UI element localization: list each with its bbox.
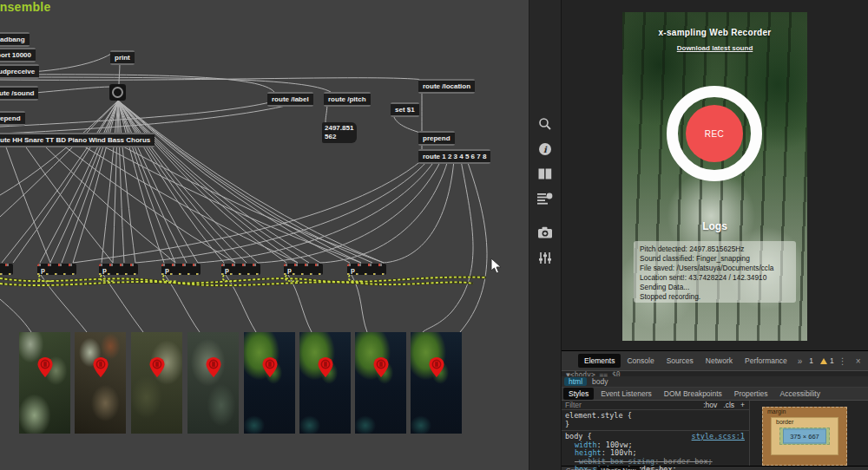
element-style-rule[interactable]: element.style { } (561, 410, 749, 431)
stylesheet-source-link[interactable]: style.scss:1 (692, 433, 745, 441)
location-pin-icon (149, 357, 165, 378)
signal-cord-group (0, 275, 486, 285)
log-line: Location sent!: 43.7428224 / 142.34910 (640, 273, 790, 283)
log-line: Recording... (640, 302, 790, 303)
location-pin-icon (318, 357, 333, 378)
map-thumbnail-2[interactable] (75, 332, 126, 434)
object-port-10000[interactable]: port 10000 (0, 48, 36, 62)
devtools-tab-console[interactable]: Console (621, 354, 660, 368)
sidebar-tab-styles[interactable]: Styles (563, 388, 594, 400)
box-model-pane: margin border padding - - - 375 × 667 (750, 401, 868, 466)
location-pin-icon (93, 357, 108, 378)
subpatcher-1[interactable]: p (0, 264, 13, 275)
box-model-border[interactable]: border padding - - - 375 × 667 (771, 417, 838, 455)
number-box-line1: 2497.851 (325, 124, 354, 133)
max-patcher-canvas[interactable]: Ensemble loadbang port 10000 udpreceive … (0, 0, 529, 470)
devtools-tab-bar: ElementsConsoleSourcesNetworkPerformance… (561, 351, 868, 371)
location-pin-icon (206, 357, 221, 378)
error-count: 1 (809, 356, 813, 365)
search-icon[interactable] (538, 117, 552, 131)
mixer-icon[interactable] (539, 251, 552, 264)
subpatcher-7[interactable]: p (347, 264, 386, 275)
object-route-label[interactable]: route /label (267, 92, 313, 107)
number-box[interactable]: 2497.851 562 (322, 122, 357, 143)
map-thumbnail-6[interactable] (299, 332, 351, 434)
css-properties: width: 100vw;height: 100vh;-webkit-box-s… (565, 441, 745, 470)
devtools-tab-performance[interactable]: Performance (739, 354, 793, 368)
map-thumbnail-7[interactable] (355, 332, 406, 434)
devtools-close-icon[interactable]: × (852, 356, 865, 366)
new-style-rule-button[interactable]: + (740, 401, 745, 409)
class-toggle[interactable]: .cls (723, 401, 734, 409)
devtools-menu-icon[interactable]: ⋮ (834, 356, 852, 366)
location-pin-icon (37, 357, 53, 378)
sidebar-tab-properties[interactable]: Properties (729, 388, 773, 400)
screenshot-root: Ensemble loadbang port 10000 udpreceive … (0, 0, 868, 470)
map-thumbnail-4[interactable] (187, 332, 239, 434)
sidebar-tab-accessibility[interactable]: Accessibility (775, 388, 825, 400)
warning-badge-icon[interactable] (820, 358, 827, 364)
columns-icon[interactable] (538, 168, 552, 180)
map-thumbnail-8[interactable] (411, 332, 462, 434)
object-route-location[interactable]: route /location (418, 79, 475, 94)
info-icon[interactable]: i (538, 142, 552, 156)
max-side-toolbar: i (529, 0, 562, 470)
devtools-tab-bar-tabs: ElementsConsoleSourcesNetworkPerformance (578, 354, 793, 368)
camera-icon[interactable] (538, 226, 553, 238)
console-list-icon[interactable] (537, 193, 553, 206)
subpatcher-3[interactable]: p (99, 264, 138, 275)
log-line: Sound classified: Finger_snapping (640, 254, 790, 264)
drawer-tab-search[interactable]: Search (647, 467, 667, 470)
object-prepend-2[interactable]: prepend (418, 131, 455, 146)
log-lines: Pitch detected: 2497.8515625HzSound clas… (640, 245, 790, 303)
box-model-content[interactable]: 375 × 667 (783, 429, 826, 444)
styles-filter-input[interactable] (565, 401, 697, 409)
styles-sidebar-tabs: StylesEvent ListenersDOM BreakpointsProp… (561, 388, 868, 401)
download-link[interactable]: Download latest sound (622, 44, 807, 52)
devtools-tab-elements[interactable]: Elements (578, 354, 621, 368)
object-loadbang[interactable]: loadbang (0, 32, 30, 47)
subpatcher-5[interactable]: p (221, 264, 260, 275)
patch-cord-group (0, 52, 487, 332)
map-thumbnail-3[interactable] (131, 332, 182, 434)
sidebar-tab-dom-breakpoints[interactable]: DOM Breakpoints (659, 388, 727, 400)
sidebar-tab-event-listeners[interactable]: Event Listeners (595, 388, 657, 400)
rec-button[interactable]: REC (686, 105, 743, 162)
location-pin-icon (262, 357, 278, 378)
box-model-margin[interactable]: margin border padding - - - 375 × 667 (762, 407, 847, 466)
devtools-tab-network[interactable]: Network (700, 354, 739, 368)
logs-heading: Logs (622, 220, 807, 232)
bang-button[interactable] (109, 84, 126, 101)
drawer-tab-console[interactable]: Console (566, 467, 590, 470)
box-model-padding[interactable]: padding - - - 375 × 667 (779, 428, 830, 445)
page-title: x-sampling Web Recorder (622, 28, 807, 37)
map-thumbnail-5[interactable] (244, 332, 295, 434)
log-line: Pitch detected: 2497.8515625Hz (640, 245, 790, 254)
breadcrumb: html body (561, 376, 868, 388)
object-set-message[interactable]: set $1 (391, 102, 419, 117)
object-route-sound[interactable]: route /sound (0, 86, 38, 101)
browser-panel: x-sampling Web Recorder Download latest … (561, 0, 868, 470)
subpatcher-4[interactable]: p (161, 264, 201, 275)
object-route-instruments[interactable]: route HH Snare TT BD Piano Wind Bass Cho… (0, 133, 155, 147)
log-line: Sending Data... (640, 283, 790, 292)
devtools-panel: ElementsConsoleSourcesNetworkPerformance… (561, 350, 868, 470)
object-udpreceive[interactable]: udpreceive (0, 64, 39, 79)
mouse-cursor (490, 258, 502, 274)
pseudo-state-toggle[interactable]: :hov (703, 401, 717, 409)
object-route-1-8[interactable]: route 1 2 3 4 5 6 7 8 (418, 149, 490, 164)
object-prepend-1[interactable]: prepend (0, 111, 25, 126)
object-route-pitch[interactable]: route /pitch (324, 92, 371, 107)
body-style-rule[interactable]: body { style.scss:1 width: 100vw;height:… (561, 431, 749, 470)
breadcrumb-html[interactable]: html (564, 377, 587, 386)
number-box-line2: 562 (325, 133, 354, 141)
object-print[interactable]: print (110, 50, 135, 65)
subpatcher-6[interactable]: p (284, 264, 323, 275)
patch-title: Ensemble (0, 0, 51, 14)
subpatcher-2[interactable]: p (37, 264, 76, 275)
map-thumbnail-1[interactable] (19, 332, 70, 434)
drawer-tab-what-s-new[interactable]: What's New (597, 467, 641, 470)
devtools-tab-sources[interactable]: Sources (661, 354, 700, 368)
more-tabs-chevron[interactable]: » (793, 356, 807, 366)
breadcrumb-body[interactable]: body (592, 377, 608, 386)
